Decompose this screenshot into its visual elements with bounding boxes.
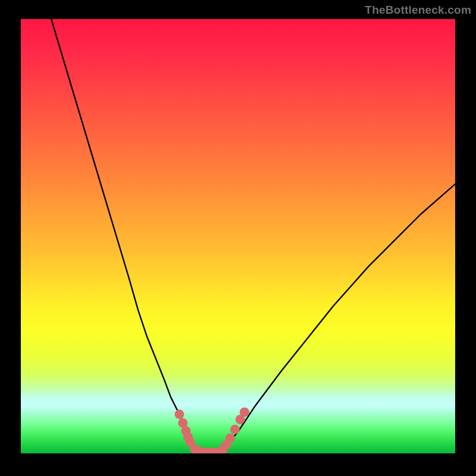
highlight-point xyxy=(174,409,184,419)
series-right-curve xyxy=(221,184,455,452)
highlight-point xyxy=(226,433,235,443)
marker-layer xyxy=(174,408,249,453)
chart-svg xyxy=(21,19,455,453)
watermark-text: TheBottleneck.com xyxy=(365,4,471,17)
curve-layer xyxy=(51,19,455,453)
chart-container: TheBottleneck.com xyxy=(0,0,476,476)
plot-area xyxy=(21,19,455,453)
series-left-curve xyxy=(51,19,203,453)
highlight-point xyxy=(240,408,249,417)
highlight-point xyxy=(230,425,240,434)
